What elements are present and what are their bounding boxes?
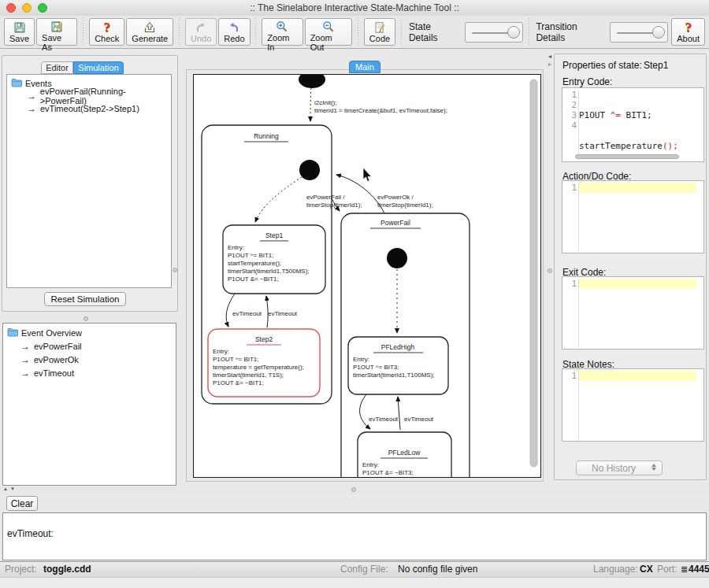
entry-line: timerStart(timerId1, T1S); — [213, 372, 284, 379]
window-title: :: The Sinelabore Interactive State-Mach… — [0, 2, 709, 13]
state-notes-text[interactable] — [579, 371, 703, 440]
line-numbers: 1 — [562, 279, 579, 347]
initial-state[interactable] — [299, 160, 320, 180]
transition-label: evPowerFail / — [306, 194, 345, 201]
save-label: Save — [9, 34, 29, 43]
line-numbers: 1 — [562, 371, 579, 439]
state-title: Step2 — [255, 335, 273, 343]
transition-details-slider[interactable] — [610, 22, 668, 43]
zoom-out-icon — [322, 20, 335, 33]
entry-code-editor[interactable]: 1 2 3 4 P1OUT ^= BIT1; startTemperature(… — [562, 87, 704, 162]
window-bottom-edge — [0, 577, 709, 588]
port-value: 4445 — [689, 562, 709, 577]
undo-label: Undo — [191, 34, 211, 43]
event-arrow-icon: → — [20, 354, 31, 365]
tab-simulation[interactable]: Simulation — [73, 61, 124, 74]
undo-icon — [195, 20, 207, 34]
horizontal-scrollbar[interactable] — [575, 154, 679, 159]
event-transition-item[interactable]: → evPowerFail(Running->PowerFail) — [7, 90, 171, 102]
state-title: PFLedHigh — [381, 343, 415, 351]
diagram-canvas[interactable]: i2cInit(); timerId1 = timerCreate(&buf1,… — [193, 74, 541, 478]
initial-state[interactable] — [387, 248, 407, 268]
app-window: :: The Sinelabore Interactive State-Mach… — [0, 0, 709, 588]
overview-event-label: evPowerOk — [34, 355, 79, 364]
entry-line: timerStart(timerId1,T100MS); — [353, 372, 435, 379]
tab-editor[interactable]: Editor — [41, 61, 73, 74]
overview-event-item[interactable]: → evPowerFail — [3, 339, 176, 353]
zoom-in-button[interactable]: Zoom In — [262, 18, 303, 46]
zoom-out-button[interactable]: Zoom Out — [305, 18, 352, 46]
state-notes-editor[interactable]: 1 — [562, 368, 704, 442]
mouse-cursor — [363, 168, 372, 182]
diagram-vertical-scrollbar[interactable] — [530, 80, 537, 467]
initial-transition[interactable] — [255, 177, 302, 222]
entry-line: P1OUT &= ~BIT1; — [213, 379, 264, 386]
splitter-down-icon[interactable]: ▼ — [10, 486, 15, 491]
splitter-knob[interactable] — [173, 268, 177, 272]
state-details-slider[interactable] — [465, 22, 523, 43]
action-do-code-text[interactable] — [579, 183, 703, 252]
state-details-label: State Details — [409, 21, 460, 43]
console-splitter[interactable]: ▲ ▼ — [0, 486, 709, 494]
init-action-line: timerId1 = timerCreate(&buf1, evTimeout,… — [314, 107, 447, 114]
clear-console-button[interactable]: Clear — [6, 496, 38, 511]
transition-label: timerStop(timerId1); — [306, 202, 362, 209]
check-icon: ? — [104, 20, 111, 34]
splitter-knob[interactable] — [351, 487, 356, 492]
expand-right-panel-button[interactable]: ▸ — [546, 61, 554, 68]
state-step2[interactable]: Step2 Entry: P1OUT ^= BIT1; temperature … — [208, 329, 320, 397]
save-as-icon — [50, 20, 63, 33]
event-transition-label: evTimeout(Step2->Step1) — [40, 104, 139, 113]
initial-transition[interactable] — [310, 88, 311, 121]
entry-line: P1OUT &= ~BIT3; — [362, 469, 414, 476]
transition-label: timerStop(timerId1); — [377, 202, 433, 209]
about-button[interactable]: ? About — [671, 18, 705, 46]
console-output[interactable]: evTimeout: P1OUT ^= BIT1; temperature = … — [2, 512, 707, 560]
redo-button[interactable]: Redo — [218, 18, 250, 46]
code-button[interactable]: Code — [364, 18, 395, 46]
folder-icon — [11, 78, 22, 89]
event-arrow-icon: → — [20, 341, 31, 352]
reset-simulation-button[interactable]: Reset Simulation — [44, 292, 126, 306]
events-tree[interactable]: Events → evPowerFail(Running->PowerFail)… — [6, 74, 172, 288]
transition-details-label: Transition Details — [536, 21, 605, 43]
exit-code-editor[interactable]: 1 — [562, 276, 704, 349]
action-do-code-editor[interactable]: 1 — [562, 180, 704, 253]
check-label: Check — [95, 34, 119, 43]
state-details-slider-knob[interactable] — [507, 26, 520, 39]
undo-button[interactable]: Undo — [185, 18, 217, 46]
folder-icon — [7, 327, 18, 338]
entry-code-text[interactable]: P1OUT ^= BIT1; startTemperature(); timer… — [579, 90, 703, 161]
exit-code-text[interactable] — [579, 279, 703, 348]
state-pfledhigh[interactable]: PFLedHigh Entry: P1OUT ^= BIT3; timerSta… — [348, 337, 448, 394]
status-bar: Project: toggle.cdd Config File: No conf… — [0, 561, 709, 577]
state-title: Step1 — [265, 231, 283, 239]
tab-main-diagram[interactable]: Main — [349, 61, 380, 73]
splitter-knob[interactable] — [548, 268, 552, 273]
transition-details-slider-knob[interactable] — [652, 26, 665, 39]
event-overview-tree[interactable]: Event Overview → evPowerFail → evPowerOk… — [2, 323, 176, 486]
collapse-right-panel-button[interactable]: ◂ — [546, 53, 554, 60]
generate-button[interactable]: Generate — [126, 18, 173, 46]
splitter-up-icon[interactable]: ▲ — [3, 486, 8, 491]
history-dropdown[interactable]: No History — [576, 460, 663, 475]
clear-label: Clear — [11, 498, 34, 509]
save-button[interactable]: Save — [4, 18, 35, 46]
entry-line: P1OUT ^= BIT1; — [228, 252, 274, 259]
entry-line: Entry: — [228, 244, 244, 251]
save-as-button[interactable]: Save As — [36, 18, 77, 46]
overview-event-item[interactable]: → evPowerOk — [3, 353, 176, 366]
state-step1[interactable]: Step1 Entry: P1OUT ^= BIT1; startTempera… — [223, 225, 325, 294]
overview-event-item[interactable]: → evTimeout — [3, 366, 176, 379]
entry-line: Entry: — [362, 461, 379, 468]
initial-state[interactable] — [299, 75, 325, 88]
check-button[interactable]: ? Check — [89, 18, 124, 46]
save-icon — [13, 20, 26, 34]
redo-label: Redo — [224, 34, 244, 43]
overview-root-row[interactable]: Event Overview — [3, 327, 176, 339]
state-pfledlow[interactable]: PFLedLow Entry: P1OUT &= ~BIT3; — [358, 432, 451, 477]
console-line: evTimeout: — [7, 529, 706, 540]
port-icon: ≣ — [681, 562, 688, 577]
transition-arrow-icon: → — [26, 103, 37, 114]
splitter-knob[interactable] — [84, 316, 88, 321]
